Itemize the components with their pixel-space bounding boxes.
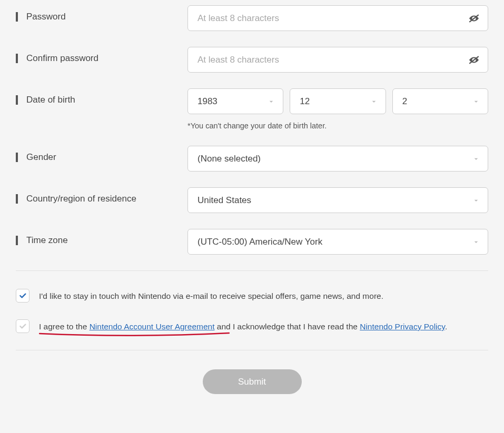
gender-field-col: (None selected): [187, 146, 488, 172]
dob-field-col: 1983 12 2 *You can't change your date of…: [187, 88, 488, 130]
dob-month-select[interactable]: 12: [290, 88, 386, 114]
password-label: Password: [26, 12, 66, 22]
country-field-col: United States: [187, 187, 488, 213]
dob-selects: 1983 12 2: [187, 88, 488, 114]
confirm-password-row: Confirm password: [16, 47, 488, 73]
gender-value: (None selected): [197, 154, 261, 164]
chevron-down-icon: [472, 155, 480, 163]
chevron-down-icon: [472, 97, 480, 106]
divider: [16, 350, 488, 350]
agreement-row: I agree to the Nintendo Account User Agr…: [16, 319, 488, 333]
timezone-label-col: Time zone: [16, 229, 187, 246]
dob-row: Date of birth 1983 12 2 *You can't chang…: [16, 88, 488, 130]
agreement-pre: I agree to the: [39, 322, 90, 331]
timezone-field-col: (UTC-05:00) America/New York: [187, 229, 488, 255]
dob-label: Date of birth: [26, 95, 75, 105]
check-icon: [18, 322, 27, 330]
confirm-password-field-wrap: [187, 47, 488, 73]
gender-row: Gender (None selected): [16, 146, 488, 172]
timezone-value: (UTC-05:00) America/New York: [197, 237, 322, 247]
newsletter-checkbox[interactable]: [16, 289, 29, 303]
confirm-password-input[interactable]: [187, 47, 488, 73]
chevron-down-icon: [267, 97, 275, 106]
agreement-mid: and I acknowledge that I have read the: [214, 322, 360, 331]
newsletter-row: I'd like to stay in touch with Nintendo …: [16, 289, 488, 303]
annotation-underline: [39, 332, 230, 337]
label-indicator: [16, 194, 18, 204]
chevron-down-icon: [472, 238, 480, 246]
chevron-down-icon: [472, 196, 480, 205]
label-indicator: [16, 236, 18, 245]
password-label-col: Password: [16, 5, 187, 22]
dob-day-select[interactable]: 2: [392, 88, 488, 114]
dob-month-value: 12: [300, 96, 310, 107]
confirm-password-label-col: Confirm password: [16, 47, 187, 64]
timezone-label: Time zone: [26, 235, 68, 246]
submit-button[interactable]: Submit: [203, 369, 302, 394]
eye-slash-icon[interactable]: [468, 14, 480, 23]
timezone-select[interactable]: (UTC-05:00) America/New York: [187, 229, 488, 255]
dob-label-col: Date of birth: [16, 88, 187, 105]
newsletter-label: I'd like to stay in touch with Nintendo …: [39, 289, 383, 302]
dob-note: *You can't change your date of birth lat…: [187, 122, 488, 130]
timezone-row: Time zone (UTC-05:00) America/New York: [16, 229, 488, 255]
divider: [16, 270, 488, 271]
check-icon: [18, 291, 27, 300]
agreement-post: .: [445, 322, 447, 331]
agreement-label: I agree to the Nintendo Account User Agr…: [39, 319, 447, 333]
password-input[interactable]: [187, 5, 488, 31]
submit-row: Submit: [16, 369, 488, 394]
country-value: United States: [197, 195, 251, 206]
country-row: Country/region of residence United State…: [16, 187, 488, 213]
dob-day-value: 2: [402, 96, 407, 107]
gender-label: Gender: [26, 152, 56, 163]
label-indicator: [16, 12, 18, 22]
user-agreement-link[interactable]: Nintendo Account User Agreement: [90, 322, 215, 331]
eye-slash-icon[interactable]: [468, 55, 480, 65]
gender-select[interactable]: (None selected): [187, 146, 488, 172]
label-indicator: [16, 153, 18, 162]
password-row: Password: [16, 5, 488, 31]
confirm-password-label: Confirm password: [26, 53, 98, 64]
privacy-policy-link[interactable]: Nintendo Privacy Policy: [360, 322, 445, 331]
password-field-wrap: [187, 5, 488, 31]
country-label: Country/region of residence: [26, 194, 136, 204]
dob-year-value: 1983: [197, 96, 218, 107]
dob-year-select[interactable]: 1983: [187, 88, 283, 114]
country-select[interactable]: United States: [187, 187, 488, 213]
label-indicator: [16, 95, 18, 105]
agreement-checkbox[interactable]: [16, 319, 29, 333]
country-label-col: Country/region of residence: [16, 187, 187, 204]
label-indicator: [16, 54, 18, 63]
chevron-down-icon: [370, 97, 378, 106]
gender-label-col: Gender: [16, 146, 187, 163]
